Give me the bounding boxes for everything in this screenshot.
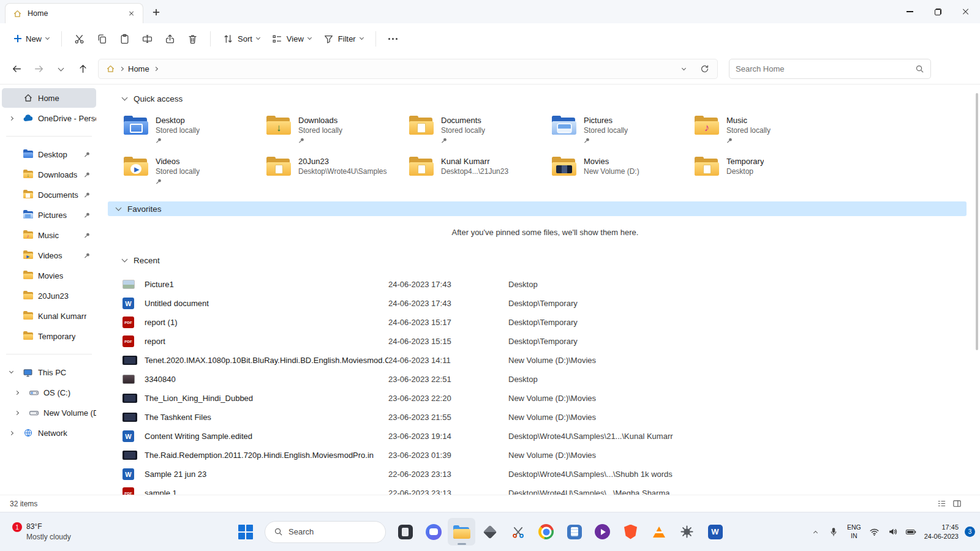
recent-file-row[interactable]: report (1) 24-06-2023 15:17 Desktop\Temp… bbox=[123, 313, 968, 332]
start-button[interactable] bbox=[232, 518, 259, 545]
paste-button[interactable] bbox=[114, 29, 135, 48]
recent-file-row[interactable]: Content Writing Sample.edited 23-06-2023… bbox=[123, 427, 968, 446]
favorites-section-header[interactable]: Favorites bbox=[108, 201, 967, 216]
recent-file-row[interactable]: Tenet.2020.IMAX.1080p.10Bit.BluRay.Hindi… bbox=[123, 351, 968, 370]
quick-access-card-desktop[interactable]: DesktopStored locally bbox=[123, 114, 261, 146]
tab-close-icon[interactable] bbox=[126, 7, 138, 20]
weather-widget[interactable]: 1 83°F Mostly cloudy bbox=[6, 518, 77, 545]
quick-access-card-documents[interactable]: DocumentsStored locally bbox=[408, 114, 546, 146]
cut-button[interactable] bbox=[69, 29, 90, 48]
share-button[interactable] bbox=[159, 29, 181, 48]
sidebar-item-temporary[interactable]: Temporary bbox=[2, 326, 96, 346]
minimize-button[interactable] bbox=[895, 0, 924, 23]
view-button[interactable]: View bbox=[266, 29, 317, 48]
word-icon[interactable] bbox=[701, 518, 729, 545]
sidebar-item-movies[interactable]: Movies bbox=[2, 266, 96, 285]
sidebar-item-desktop[interactable]: Desktop bbox=[2, 144, 96, 164]
sort-button[interactable]: Sort bbox=[217, 29, 265, 48]
sidebar-item-new-volume-d[interactable]: New Volume (D:) bbox=[2, 403, 96, 422]
chevron-right-icon[interactable] bbox=[9, 430, 13, 435]
details-view-icon[interactable] bbox=[937, 499, 946, 508]
sidebar-item-home[interactable]: Home bbox=[2, 88, 96, 108]
sidebar-item-20jun23[interactable]: 20Jun23 bbox=[2, 286, 96, 305]
close-button[interactable] bbox=[952, 0, 980, 23]
media-app-icon[interactable] bbox=[589, 518, 616, 545]
taskbar-search[interactable]: Search bbox=[265, 521, 386, 543]
quick-access-card-pictures[interactable]: PicturesStored locally bbox=[551, 114, 689, 146]
sidebar-item-videos[interactable]: Videos bbox=[2, 246, 96, 265]
dark-app-icon[interactable] bbox=[391, 518, 419, 545]
settings-icon[interactable] bbox=[673, 518, 701, 545]
up-button[interactable] bbox=[72, 59, 93, 80]
file-explorer-icon[interactable] bbox=[448, 518, 475, 545]
recent-section-header[interactable]: Recent bbox=[123, 253, 968, 267]
forward-button[interactable] bbox=[28, 59, 49, 80]
quick-access-section-header[interactable]: Quick access bbox=[123, 92, 968, 105]
calculator-icon[interactable] bbox=[560, 518, 588, 545]
brave-icon[interactable] bbox=[617, 518, 644, 545]
tab-home[interactable]: Home bbox=[5, 3, 143, 23]
recent-file-row[interactable]: The Tashkent Files 23-06-2023 21:55 New … bbox=[123, 408, 968, 427]
address-dropdown-button[interactable] bbox=[676, 61, 692, 77]
recent-file-row[interactable]: The_Lion_King_Hindi_Dubbed 23-06-2023 22… bbox=[123, 389, 968, 408]
sidebar-item-network[interactable]: Network bbox=[2, 423, 96, 443]
recent-file-row[interactable]: Sample 21 jun 23 22-06-2023 23:13 Deskto… bbox=[123, 465, 968, 484]
vlc-icon[interactable] bbox=[645, 518, 673, 545]
sidebar-item-os-c[interactable]: OS (C:) bbox=[2, 383, 96, 402]
address-bar[interactable]: Home bbox=[98, 59, 718, 79]
chevron-down-icon[interactable] bbox=[9, 369, 13, 373]
snipping-tool-icon[interactable] bbox=[504, 518, 532, 545]
recent-file-row[interactable]: report 24-06-2023 15:15 Desktop\Temporar… bbox=[123, 332, 968, 351]
quick-access-card-kunal-kumarr[interactable]: Kunal KumarrDesktop4...\21Jun23 bbox=[408, 156, 546, 187]
notification-count-badge[interactable]: 3 bbox=[965, 527, 975, 537]
recent-file-row[interactable]: 3340840 23-06-2023 22:51 Desktop bbox=[123, 370, 968, 389]
sidebar-item-downloads[interactable]: Downloads bbox=[2, 165, 96, 184]
chevron-right-icon[interactable] bbox=[9, 116, 13, 120]
new-button[interactable]: New bbox=[9, 30, 55, 48]
quick-access-card-music[interactable]: MusicStored locally bbox=[693, 114, 832, 146]
recent-file-row[interactable]: Untitled document 24-06-2023 17:43 Deskt… bbox=[123, 294, 968, 313]
delete-button[interactable] bbox=[182, 29, 203, 48]
sidebar-item-this-pc[interactable]: This PC bbox=[2, 362, 96, 382]
more-options-button[interactable] bbox=[383, 33, 403, 45]
search-box[interactable] bbox=[729, 59, 931, 79]
refresh-button[interactable] bbox=[696, 61, 712, 77]
large-thumbnails-view-icon[interactable] bbox=[952, 499, 962, 508]
sidebar-item-kunal-kumarr[interactable]: Kunal Kumarr bbox=[2, 306, 96, 326]
quick-access-card-temporary[interactable]: TemporaryDesktop bbox=[693, 156, 832, 187]
quick-access-card-movies[interactable]: MoviesNew Volume (D:) bbox=[551, 156, 689, 187]
show-hidden-icons-button[interactable] bbox=[807, 520, 824, 544]
battery-icon[interactable] bbox=[903, 520, 919, 544]
quick-access-card-videos[interactable]: VideosStored locally bbox=[123, 156, 261, 187]
search-input[interactable] bbox=[736, 64, 910, 73]
rename-button[interactable] bbox=[137, 29, 158, 48]
filter-button[interactable]: Filter bbox=[318, 29, 369, 48]
recent-file-row[interactable]: Picture1 24-06-2023 17:43 Desktop bbox=[123, 275, 968, 294]
volume-icon[interactable] bbox=[884, 520, 901, 544]
sidebar-item-documents[interactable]: Documents bbox=[2, 185, 96, 204]
clock[interactable]: 17:45 24-06-2023 bbox=[924, 523, 959, 541]
back-button[interactable] bbox=[6, 59, 27, 80]
quick-access-card-downloads[interactable]: DownloadsStored locally bbox=[265, 114, 404, 146]
chevron-right-icon[interactable] bbox=[15, 410, 19, 414]
quick-access-card-20jun23[interactable]: 20Jun23Desktop\Wrote4U\Samples bbox=[265, 156, 404, 187]
sidebar-item-music[interactable]: Music bbox=[2, 225, 96, 245]
chevron-right-icon[interactable] bbox=[15, 390, 19, 394]
breadcrumb-home[interactable]: Home bbox=[128, 64, 149, 73]
copy-button[interactable] bbox=[91, 29, 113, 48]
sidebar-item-onedrive[interactable]: OneDrive - Persona bbox=[2, 108, 96, 128]
recent-locations-button[interactable] bbox=[50, 59, 71, 80]
vertical-scrollbar[interactable] bbox=[974, 88, 979, 491]
sidebar-item-pictures[interactable]: Pictures bbox=[2, 205, 96, 225]
maximize-restore-button[interactable] bbox=[924, 0, 952, 23]
chat-icon[interactable] bbox=[420, 518, 447, 545]
microphone-icon[interactable] bbox=[826, 520, 842, 544]
new-tab-button[interactable] bbox=[147, 4, 165, 21]
recent-file-row[interactable]: The.Raid.Redemption.2011.720p.Hindi.Engl… bbox=[123, 446, 968, 465]
cube-app-icon[interactable] bbox=[476, 518, 503, 545]
chrome-icon[interactable] bbox=[532, 518, 560, 545]
wifi-icon[interactable] bbox=[866, 520, 883, 544]
recent-file-row[interactable]: sample 1 22-06-2023 23:13 Desktop\Wrote4… bbox=[123, 484, 968, 495]
scrollbar-thumb[interactable] bbox=[976, 93, 978, 350]
language-indicator[interactable]: ENG IN bbox=[844, 523, 864, 539]
